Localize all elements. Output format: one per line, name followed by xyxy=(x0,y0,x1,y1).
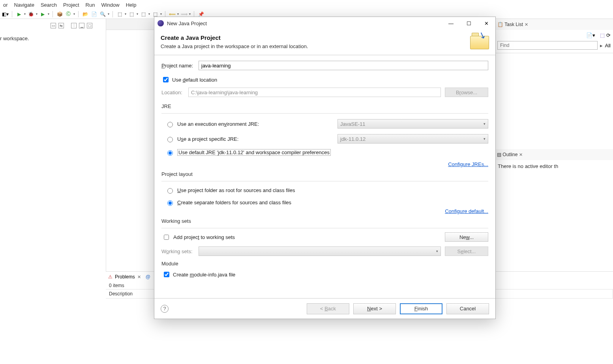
problems-icon: ⚠ xyxy=(108,274,112,280)
add-to-working-sets-label: Add project to working sets xyxy=(173,234,235,240)
working-sets-select-button: Select... xyxy=(445,246,488,256)
menu-item-help[interactable]: Help xyxy=(123,1,140,9)
minimize-button[interactable]: — xyxy=(442,17,460,29)
menu-item-navigate[interactable]: Navigate xyxy=(11,1,37,9)
configure-layout-link[interactable]: Configure default... xyxy=(445,208,488,214)
jre-specific-radio[interactable] xyxy=(167,137,173,142)
open-task-icon[interactable]: 📄 xyxy=(90,11,97,18)
at-icon[interactable]: @ xyxy=(146,274,150,280)
menu-bar: or Navigate Search Project Run Window He… xyxy=(0,0,613,9)
chevron-right-icon: ▸ xyxy=(600,43,603,49)
outline-body-text: There is no active editor th xyxy=(495,160,613,172)
layout-root-radio[interactable] xyxy=(167,188,173,194)
next-button[interactable]: Next > xyxy=(353,303,396,314)
layout-separate-radio[interactable] xyxy=(167,200,173,206)
close-view-icon[interactable]: ✕ xyxy=(525,22,528,27)
jre-specific-combo: jdk-11.0.12▾ xyxy=(337,134,488,144)
menu-item-run[interactable]: Run xyxy=(82,1,98,9)
jre-default-label: Use default JRE 'jdk-11.0.12' and worksp… xyxy=(177,149,331,156)
finish-button[interactable]: Finish xyxy=(400,303,442,314)
dialog-title: New Java Project xyxy=(167,21,442,26)
use-default-location-checkbox[interactable] xyxy=(163,77,169,82)
jre-env-combo: JavaSE-11▾ xyxy=(337,119,488,129)
dialog-banner: Create a Java Project Create a Java proj… xyxy=(154,30,495,55)
working-sets-new-button[interactable]: New... xyxy=(445,232,488,242)
outline-icon: ▤ xyxy=(497,152,501,157)
back-button: < Back xyxy=(307,303,349,314)
add-to-working-sets-checkbox[interactable] xyxy=(164,235,169,240)
eclipse-icon xyxy=(157,20,164,26)
project-name-label: Project name: xyxy=(161,63,195,69)
task-filter-icon[interactable]: ⬚ xyxy=(600,32,605,38)
cancel-button[interactable]: Cancel xyxy=(446,303,489,314)
jre-env-label: Use an execution environment JRE: xyxy=(177,121,259,127)
close-outline-icon[interactable]: ✕ xyxy=(519,152,523,157)
create-module-info-checkbox[interactable] xyxy=(164,272,169,277)
task-find-all[interactable]: All xyxy=(605,43,611,49)
jre-group-label: JRE xyxy=(161,103,488,109)
debug-icon[interactable]: 🐞 xyxy=(27,11,34,18)
task-list-view: 📋 Task List ✕ 📄▾ ⬚ ⟳ ▸ All xyxy=(495,19,613,53)
new-java-project-dialog: New Java Project — ☐ ✕ Create a Java Pro… xyxy=(154,17,496,319)
location-label: Location: xyxy=(161,90,184,95)
problems-tab[interactable]: Problems xyxy=(115,274,135,280)
maximize-button[interactable]: ☐ xyxy=(460,17,478,29)
working-sets-label: Working sets: xyxy=(161,248,195,254)
open-type-icon[interactable]: 📂 xyxy=(82,11,89,18)
toggle2-icon[interactable]: ⬚ xyxy=(128,11,135,18)
toggle-icon[interactable]: ⬚ xyxy=(116,11,123,18)
configure-jres-link[interactable]: Configure JREs... xyxy=(448,161,488,167)
menu-item-window[interactable]: Window xyxy=(98,1,122,9)
empty-workspace-text: r workspace. xyxy=(0,35,103,41)
browse-button: Browse... xyxy=(445,88,488,97)
dialog-titlebar[interactable]: New Java Project — ☐ ✕ xyxy=(154,17,495,30)
create-module-info-label: Create module-info.java file xyxy=(173,272,235,278)
layout-separate-label: Create separate folders for sources and … xyxy=(177,200,291,205)
jre-env-radio[interactable] xyxy=(167,122,173,127)
layout-group-label: Project layout xyxy=(161,171,488,177)
outline-title: Outline xyxy=(502,152,517,157)
help-icon[interactable]: ? xyxy=(161,305,169,313)
task-list-icon: 📋 xyxy=(497,22,503,27)
task-sync-icon[interactable]: ⟳ xyxy=(606,32,611,38)
close-button[interactable]: ✕ xyxy=(478,17,495,29)
layout-root-label: Use project folder as root for sources a… xyxy=(177,187,295,193)
menu-item[interactable]: or xyxy=(0,1,11,9)
run-icon[interactable]: ▶ xyxy=(15,11,22,18)
search-icon[interactable]: 🔍 xyxy=(99,11,106,18)
working-sets-combo: ▾ xyxy=(199,246,441,256)
coverage-icon[interactable]: ▶ xyxy=(39,11,46,18)
task-list-title: Task List xyxy=(504,22,523,27)
dialog-heading: Create a Java Project xyxy=(161,34,470,41)
new-class-icon[interactable]: Ⓒ xyxy=(65,11,72,18)
new-package-icon[interactable]: 📦 xyxy=(56,11,63,18)
menu-item-project[interactable]: Project xyxy=(60,1,82,9)
task-find-input[interactable] xyxy=(497,41,598,50)
jre-default-radio[interactable] xyxy=(167,150,173,156)
project-name-input[interactable] xyxy=(199,61,488,70)
use-default-location-label: Use default location xyxy=(172,77,217,83)
toggle3-icon[interactable]: ⬚ xyxy=(140,11,147,18)
module-group-label: Module xyxy=(161,261,488,267)
jre-specific-label: Use a project specific JRE: xyxy=(177,136,238,142)
dialog-subheading: Create a Java project in the workspace o… xyxy=(161,43,470,49)
folder-import-icon: ↘ xyxy=(470,33,489,49)
outline-view: ▤ Outline ✕ There is no active editor th xyxy=(495,149,613,172)
ws-group-label: Working sets xyxy=(161,218,488,224)
dialog-body: Project name: Use default location Locat… xyxy=(154,55,495,298)
menu-item-search[interactable]: Search xyxy=(37,1,60,9)
package-explorer-body: r workspace. xyxy=(0,19,106,41)
location-input xyxy=(188,88,441,97)
dialog-footer: ? < Back Next > Finish Cancel xyxy=(154,298,495,319)
close-problems-icon[interactable]: ✕ xyxy=(137,274,141,280)
task-new-icon[interactable]: 📄▾ xyxy=(586,32,595,38)
toolbar-icon[interactable]: ◧▾ xyxy=(2,11,9,18)
